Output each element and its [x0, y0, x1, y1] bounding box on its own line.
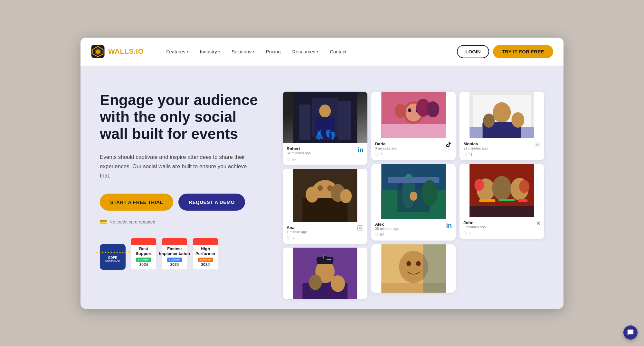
wallsio-icon-monica: [534, 141, 540, 150]
card-likes-robert: ♡ 65: [287, 157, 364, 162]
svg-rect-71: [470, 206, 534, 217]
svg-rect-51: [423, 244, 446, 293]
card-user-info-monica: Monica 21 minutes ago: [463, 141, 488, 150]
login-button[interactable]: LOGIN: [457, 45, 489, 58]
card-user-name-alex: Alex: [375, 222, 399, 227]
svg-point-28: [309, 275, 322, 290]
fastest-impl-badge: G2 Fastest Implementation SUMMER 2024: [162, 238, 187, 270]
social-card-extra1: [371, 244, 456, 293]
svg-rect-7: [315, 117, 335, 140]
card-photo-robert: [283, 92, 367, 143]
social-wall-grid: Robert 34 minutes ago in ♡ 65: [283, 85, 544, 309]
best-support-badge: G2 Best Support SUMMER 2024: [131, 238, 156, 270]
svg-rect-70: [518, 199, 528, 202]
tiktok-icon-daria: [445, 141, 452, 149]
card-user-info-ana: Ana 1 minute ago: [287, 225, 307, 234]
svg-point-20: [361, 226, 362, 227]
card-user-time-robert: 34 minutes ago: [287, 151, 311, 155]
nav-pricing[interactable]: Pricing: [261, 46, 285, 57]
social-card-graduation: [283, 248, 367, 299]
card-likes-ana: ♡ 3: [287, 236, 364, 241]
fastest-impl-season: SUMMER: [167, 258, 182, 262]
card-user-row-john: John 5 minutes ago ✕: [463, 220, 540, 229]
svg-point-55: [493, 102, 511, 123]
card-body-ana: Ana 1 minute ago: [283, 222, 367, 244]
fastest-impl-title: Fastest Implementation: [159, 246, 190, 256]
fastest-impl-year: 2024: [170, 262, 179, 267]
hero-left: Engage your audience with the only socia…: [100, 85, 267, 289]
card-user-row-robert: Robert 34 minutes ago in: [287, 146, 364, 155]
best-support-title: Best Support: [133, 246, 154, 256]
svg-rect-26: [327, 259, 331, 260]
start-trial-button[interactable]: START A FREE TRIAL: [100, 194, 173, 211]
no-credit-notice: 💳 No credit card required.: [100, 218, 267, 225]
svg-rect-18: [357, 225, 363, 231]
card-body-robert: Robert 34 minutes ago in ♡ 65: [283, 143, 367, 165]
nav-solutions[interactable]: Solutions ▾: [227, 46, 259, 57]
nav-contact[interactable]: Contact: [325, 46, 351, 57]
g2-header-3: G2: [195, 239, 216, 244]
svg-point-45: [410, 192, 417, 201]
card-user-row-daria: Daria 3 minutes ago: [375, 141, 452, 150]
card-user-time-monica: 21 minutes ago: [463, 146, 488, 150]
svg-point-58: [512, 112, 525, 128]
industry-chevron-icon: ▾: [218, 50, 220, 53]
logo-icon: [91, 44, 105, 59]
credit-card-icon: 💳: [100, 218, 107, 225]
request-demo-button[interactable]: REQUEST A DEMO: [178, 194, 245, 211]
card-user-name-daria: Daria: [375, 141, 397, 146]
svg-point-49: [416, 261, 421, 266]
card-user-info-john: John 5 minutes ago: [463, 220, 486, 229]
heart-icon: ♡: [287, 236, 290, 241]
card-likes-daria: ♡ 7: [375, 152, 452, 157]
g2-header-1: G2: [133, 239, 154, 244]
card-body-monica: Monica 21 minutes ago ♡ 41: [459, 138, 544, 160]
best-support-year: 2024: [139, 262, 148, 267]
high-performer-year: 2024: [201, 262, 210, 267]
card-user-info-robert: Robert 34 minutes ago: [287, 146, 311, 155]
svg-point-29: [331, 275, 345, 292]
heart-icon: ♡: [375, 152, 379, 157]
high-performer-badge: G2 High Performer SUMMER 2024: [193, 238, 218, 270]
svg-point-15: [306, 187, 318, 203]
social-card-alex: Alex 38 minutes ago in ♡ 52: [371, 164, 456, 241]
svg-rect-38: [381, 124, 446, 138]
nav-resources[interactable]: Resources ▾: [288, 46, 323, 57]
card-user-time-alex: 38 minutes ago: [375, 227, 399, 231]
card-body-john: John 5 minutes ago ✕ ♡ 8: [459, 217, 544, 239]
card-user-time-daria: 3 minutes ago: [375, 146, 397, 150]
browser-window: WALLS.IO Features ▾ Industry ▾ Solutions…: [80, 38, 564, 309]
card-user-name-ana: Ana: [287, 225, 307, 230]
nav-industry[interactable]: Industry ▾: [195, 46, 224, 57]
card-photo-extra1: [371, 244, 456, 293]
card-photo-graduation: [283, 248, 367, 299]
card-user-name-monica: Monica: [463, 141, 488, 146]
heart-icon: ♡: [463, 152, 467, 157]
svg-point-33: [408, 108, 411, 112]
hero-buttons: START A FREE TRIAL REQUEST A DEMO: [100, 194, 267, 211]
heart-icon: ♡: [463, 231, 467, 236]
nav-links: Features ▾ Industry ▾ Solutions ▾ Pricin…: [162, 46, 454, 57]
card-user-row-alex: Alex 38 minutes ago in: [375, 222, 452, 231]
svg-rect-68: [479, 199, 496, 202]
logo-text: WALLS.IO: [108, 47, 144, 56]
twitter-icon-john: ✕: [536, 220, 540, 226]
card-user-time-ana: 1 minute ago: [287, 230, 307, 234]
svg-point-72: [475, 179, 484, 191]
card-user-info-alex: Alex 38 minutes ago: [375, 222, 399, 231]
social-card-john: John 5 minutes ago ✕ ♡ 8: [459, 164, 544, 239]
nav-features[interactable]: Features ▾: [162, 46, 193, 57]
svg-rect-59: [470, 127, 483, 138]
high-performer-title: High Performer: [195, 246, 216, 256]
svg-point-57: [483, 114, 495, 128]
heart-icon: ♡: [375, 232, 379, 237]
high-performer-season: SUMMER: [198, 258, 213, 262]
chat-icon: [627, 329, 634, 336]
logo[interactable]: WALLS.IO: [91, 44, 144, 59]
try-free-button[interactable]: TRY IT FOR FREE: [493, 45, 553, 58]
social-card-monica: Monica 21 minutes ago ♡ 41: [459, 92, 544, 160]
nav-actions: LOGIN TRY IT FOR FREE: [457, 45, 553, 58]
hero-heading: Engage your audience with the only socia…: [100, 92, 267, 143]
svg-point-48: [406, 261, 411, 266]
chat-bubble-button[interactable]: [623, 325, 638, 340]
